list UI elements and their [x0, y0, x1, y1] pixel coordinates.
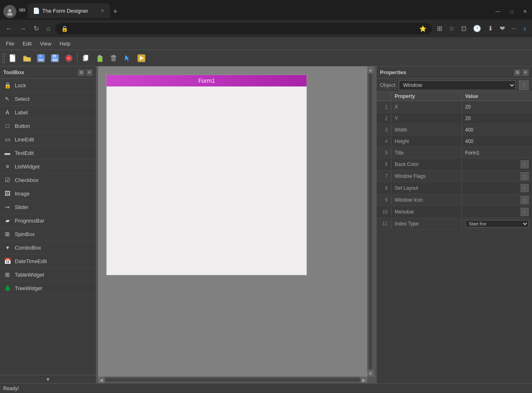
toolbar-save-btn[interactable] [34, 52, 48, 64]
menu-file[interactable]: File [2, 39, 18, 48]
toolbox-item-select[interactable]: ↖Select [0, 92, 96, 106]
refresh-button[interactable]: ↻ [31, 23, 41, 34]
back-button[interactable]: ← [3, 23, 15, 34]
toolbox-item-textedit[interactable]: ▬TextEdit [0, 146, 96, 160]
toolbox-label-listwidget: ListWidget [15, 164, 40, 170]
prop-row: 6Back Color:: [377, 159, 532, 170]
toolbox-close-btn[interactable]: ✕ [86, 69, 93, 76]
toolbox-item-slider[interactable]: ⊸Slider [0, 200, 96, 214]
scroll-down-btn[interactable]: ▼ [367, 370, 374, 377]
toolbox-icon-spinbox: ⊞ [3, 230, 11, 238]
toolbar-delete-btn[interactable] [107, 52, 120, 64]
form-canvas[interactable]: Form1 [106, 75, 307, 275]
scroll-left-btn[interactable]: ◀ [98, 377, 105, 383]
toolbox-icon-label: A [3, 108, 11, 116]
toolbox-item-datetimeedit[interactable]: 📅DateTimeEdit [0, 254, 96, 268]
prop-val-btn-9[interactable]: :: [521, 196, 529, 204]
toolbar-open-btn[interactable] [20, 52, 34, 64]
home-button[interactable]: ⌂ [44, 23, 53, 34]
close-button[interactable]: ✕ [518, 3, 532, 20]
new-tab-button[interactable]: + [110, 3, 121, 20]
toolbox-icon-button: □ [3, 122, 11, 130]
toolbox-item-image[interactable]: 🖼Image [0, 187, 96, 200]
collections-icon[interactable]: ⊡ [459, 23, 469, 34]
prop-value-1: 20 [462, 102, 532, 111]
more-icon[interactable]: ··· [509, 23, 519, 34]
svg-rect-8 [39, 55, 42, 57]
history-icon[interactable]: 🕐 [471, 23, 484, 34]
menu-help[interactable]: Help [55, 39, 75, 48]
toolbox-icon-treewidget: 🌲 [3, 284, 11, 292]
menu-edit[interactable]: Edit [18, 39, 36, 48]
svg-rect-6 [10, 55, 14, 56]
tab-strip-btn[interactable] [18, 7, 26, 16]
svg-rect-16 [84, 55, 88, 60]
object-btn[interactable]: :: [519, 80, 529, 90]
prop-row: 11Index TypeStart fror [377, 218, 532, 229]
edge-icon[interactable]: 𝔢 [521, 23, 529, 34]
downloads-icon[interactable]: ⬇ [485, 23, 496, 34]
toolbox-icon-tablewidget: ⊞ [3, 270, 11, 279]
toolbox-float-btn[interactable]: ⧉ [78, 69, 84, 76]
toolbar-cursor-btn[interactable] [121, 52, 134, 64]
tab-close-btn[interactable]: × [100, 7, 105, 14]
favorites-icon[interactable]: ☆ [446, 23, 457, 34]
prop-col-property: Property [391, 92, 462, 101]
form-body[interactable] [107, 86, 307, 275]
menu-view[interactable]: View [36, 39, 55, 48]
toolbox-item-treewidget[interactable]: 🌲TreeWidget [0, 282, 96, 295]
prop-value-9: :: [462, 194, 532, 206]
toolbox-label-checkbox: Checkbox [15, 177, 39, 183]
toolbox-item-button[interactable]: □Button [0, 119, 96, 133]
toolbox-item-checkbox[interactable]: ☑Checkbox [0, 173, 96, 187]
toolbox-item-listwidget[interactable]: ≡ListWidget [0, 160, 96, 173]
canvas-scrollbar-v[interactable]: ▲ ▼ [367, 66, 374, 377]
prop-rows-container: 1X202Y203Width4004Height4005TitleForm16B… [377, 101, 532, 229]
prop-val-btn-10[interactable]: :: [521, 208, 529, 216]
toolbox-item-progressbar[interactable]: ▰ProgressBar [0, 214, 96, 227]
prop-row: 1X20 [377, 101, 532, 113]
toolbox-item-lineedit[interactable]: ▭LineEdit [0, 133, 96, 146]
svg-rect-9 [39, 59, 43, 61]
prop-value-10: :: [462, 206, 532, 218]
minimize-button[interactable]: — [491, 3, 505, 20]
scroll-up-btn[interactable]: ▲ [367, 66, 374, 73]
prop-val-btn-8[interactable]: :: [521, 184, 529, 192]
canvas-area[interactable]: Form1 ▲ ▼ ◀ ▶ [98, 66, 374, 383]
prop-select-11[interactable]: Start fror [465, 220, 529, 227]
split-view-icon[interactable]: ⊞ [434, 23, 445, 34]
toolbox-item-tablewidget[interactable]: ⊞TableWidget [0, 268, 96, 282]
forward-button[interactable]: → [17, 23, 29, 34]
properties-close-btn[interactable]: ✕ [522, 69, 529, 76]
toolbox-item-lock[interactable]: 🔒Lock [0, 79, 96, 92]
toolbox-item-label[interactable]: ALabel [0, 106, 96, 119]
svg-rect-3 [23, 9, 25, 11]
toolbar-copy-btn[interactable] [79, 52, 92, 64]
extensions-icon[interactable]: ❤ [497, 23, 507, 34]
browser-tab-active[interactable]: 📄 The Form Designer × [28, 3, 110, 18]
url-input[interactable]: https://ring-lang.github.io/web/formdesi… [70, 25, 415, 32]
toolbox-icon-lineedit: ▭ [3, 135, 11, 143]
properties-float-btn[interactable]: ⧉ [514, 69, 521, 76]
status-bar: Ready! [0, 383, 532, 393]
toolbar-saveas-btn[interactable] [48, 52, 61, 64]
toolbox-item-combobox[interactable]: ▾ComboBox [0, 241, 96, 254]
toolbox-item-spinbox[interactable]: ⊞SpinBox [0, 227, 96, 241]
toolbox-icon-slider: ⊸ [3, 203, 11, 211]
toolbar-record-btn[interactable] [62, 52, 75, 64]
toolbar-run-btn[interactable] [135, 52, 148, 64]
prop-value-5: Form1 [462, 148, 532, 157]
object-select[interactable]: Window [399, 80, 516, 90]
prop-num-10: 10 [377, 207, 391, 216]
toolbox-scroll[interactable]: 🔒Lock↖SelectALabel□Button▭LineEdit▬TextE… [0, 79, 96, 375]
toolbox-label-combobox: ComboBox [15, 245, 41, 251]
prop-val-btn-7[interactable]: :: [521, 172, 529, 180]
prop-val-btn-6[interactable]: :: [521, 160, 529, 168]
toolbar-new-btn[interactable] [7, 52, 20, 64]
toolbox-scroll-down-btn[interactable]: ▼ [45, 376, 51, 383]
toolbar-paste-btn[interactable] [93, 52, 106, 64]
scroll-right-btn[interactable]: ▶ [361, 377, 367, 383]
maximize-button[interactable]: □ [505, 3, 518, 20]
canvas-scrollbar-h[interactable]: ◀ ▶ [98, 377, 367, 383]
profile-icon[interactable] [3, 5, 16, 18]
